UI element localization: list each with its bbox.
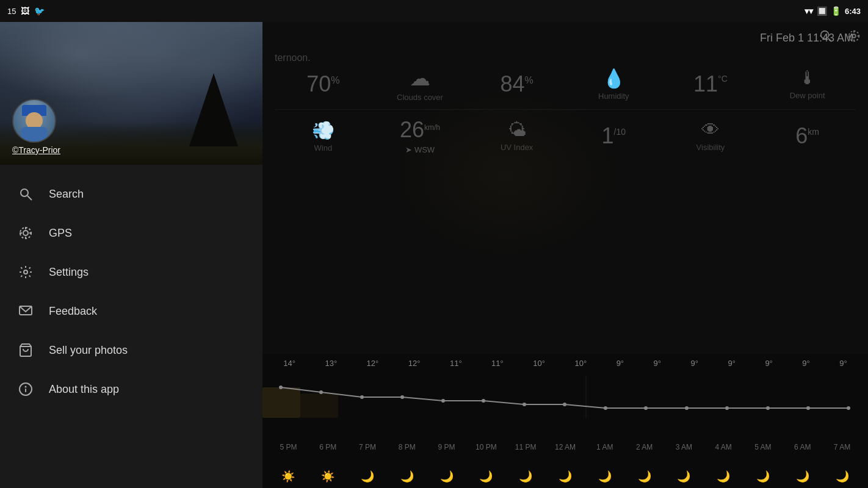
user-profile: ©Tracy-Prior — [12, 99, 60, 155]
stat-uv: 1 /10 — [577, 123, 650, 149]
stats-row-2: 💨 Wind 26 km/h ➤ WSW 🌤 UV Index — [275, 109, 856, 162]
weather-icon-3: 🌙 — [392, 470, 422, 483]
uv-value: 1 /10 — [602, 123, 626, 149]
time-3: 8 PM — [392, 443, 422, 451]
weather-icon-10: 🌙 — [668, 470, 699, 483]
avatar-image — [13, 100, 55, 142]
time-labels: 5 PM 6 PM 7 PM 8 PM 9 PM 10 PM 11 PM 12 … — [262, 443, 868, 451]
battery-icon: 🔋 — [831, 6, 841, 16]
svg-point-34 — [685, 406, 689, 410]
time-1: 6 PM — [313, 443, 343, 451]
svg-point-37 — [806, 406, 810, 410]
temp-6: 10° — [533, 359, 545, 368]
svg-point-38 — [847, 406, 850, 410]
wind-direction-arrow: ➤ — [405, 145, 412, 154]
weather-icon-1: ☀️ — [313, 470, 343, 483]
temp-2: 12° — [367, 359, 379, 368]
svg-point-33 — [644, 406, 648, 410]
sidebar-label-feedback: Feedback — [49, 305, 97, 318]
time-14: 7 AM — [827, 443, 858, 451]
sidebar-item-search[interactable]: Search — [0, 174, 262, 214]
svg-rect-22 — [262, 387, 300, 418]
temp-5: 11° — [491, 359, 504, 368]
svg-point-31 — [563, 403, 566, 406]
status-bar: 15 🖼 🐦 ▾▾ 🔲 🔋 6:43 — [0, 0, 868, 22]
weather-icon-8: 🌙 — [590, 470, 620, 483]
temp-1: 13° — [325, 359, 337, 368]
wind-icon: 💨 — [312, 120, 335, 141]
sidebar-label-gps: GPS — [49, 227, 72, 240]
weather-icon-13: 🌙 — [787, 470, 818, 483]
author-link[interactable]: ©Tracy-Prior — [12, 145, 60, 155]
visibility-icon: 👁 — [701, 120, 720, 140]
sidebar-item-sell[interactable]: Sell your photos — [0, 331, 262, 370]
time-5: 10 PM — [471, 443, 501, 451]
weather-icon-9: 🌙 — [629, 470, 660, 483]
svg-point-8 — [24, 270, 27, 274]
humidity-value: 84 % — [501, 71, 533, 97]
weather-icon-4: 🌙 — [432, 470, 462, 483]
time-10: 3 AM — [668, 443, 699, 451]
info-icon — [17, 381, 34, 398]
svg-line-1 — [27, 196, 32, 200]
app-icon: 🐦 — [34, 6, 45, 16]
weather-icons-row: ☀️ ☀️ 🌙 🌙 🌙 🌙 🌙 🌙 🌙 🌙 🌙 🌙 🌙 🌙 🌙 — [262, 470, 868, 483]
stat-wind: 26 km/h ➤ WSW — [383, 117, 457, 154]
time-9: 2 AM — [629, 443, 660, 451]
signal-icon: 🔲 — [817, 6, 827, 16]
svg-point-24 — [279, 386, 283, 389]
status-time: 6:43 — [845, 7, 861, 16]
status-right-icons: ▾▾ 🔲 🔋 6:43 — [805, 6, 861, 16]
stat-visibility: 6 km — [771, 123, 844, 149]
stat-cloud-icon-item: ☁ Clouds cover — [383, 66, 457, 102]
time-0: 5 PM — [273, 443, 303, 451]
wind-value: 26 km/h — [400, 117, 440, 143]
time-8: 1 AM — [590, 443, 620, 451]
wifi-icon: ▾▾ — [805, 6, 813, 16]
temp-3: 12° — [408, 359, 421, 368]
hourly-forecast: 14° 13° 12° 12° 11° 11° 10° 10° 9° 9° 9°… — [262, 354, 868, 488]
temp-9: 9° — [654, 359, 661, 368]
search-icon — [17, 185, 34, 203]
temperature-graph-svg — [262, 375, 868, 418]
temp-10: 9° — [691, 359, 698, 368]
sidebar-item-feedback[interactable]: Feedback — [0, 292, 262, 331]
stat-clouds: 70 % — [286, 71, 360, 97]
sidebar-label-about: About this app — [49, 383, 119, 396]
stat-wind-icon: 💨 Wind — [286, 120, 360, 152]
temp-4: 11° — [450, 359, 462, 368]
svg-rect-23 — [300, 393, 338, 418]
thermometer-icon: 🌡 — [798, 68, 817, 88]
stat-humidity-icon-item: 💧 Humidity — [577, 68, 650, 101]
svg-point-32 — [604, 406, 607, 410]
sidebar-label-settings: Settings — [49, 266, 89, 279]
temp-14: 9° — [839, 359, 847, 368]
svg-point-25 — [319, 390, 323, 394]
settings-icon — [17, 264, 34, 281]
time-12: 5 AM — [748, 443, 778, 451]
temp-8: 9° — [617, 359, 624, 368]
temp-12: 9° — [765, 359, 772, 368]
weather-icon-11: 🌙 — [708, 470, 739, 483]
sidebar-drawer: ©Tracy-Prior Search — [0, 0, 262, 488]
stats-row-1: 70 % ☁ Clouds cover 84 % 💧 Humidity — [275, 59, 856, 109]
dewpoint-value: 11 °C — [693, 71, 728, 97]
sidebar-item-settings[interactable]: Settings — [0, 253, 262, 292]
svg-point-36 — [766, 406, 770, 410]
weather-icon-0: ☀️ — [273, 470, 303, 483]
temp-labels: 14° 13° 12° 12° 11° 11° 10° 10° 9° 9° 9°… — [262, 359, 868, 368]
status-number: 15 — [7, 7, 16, 16]
sidebar-item-about[interactable]: About this app — [0, 370, 262, 409]
status-left-icons: 15 🖼 🐦 — [7, 6, 45, 16]
temp-11: 9° — [728, 359, 735, 368]
cart-icon — [17, 342, 34, 359]
weather-datetime-header: Fri Feb 1 11:43 AM — [760, 32, 853, 45]
sidebar-item-gps[interactable]: GPS — [0, 214, 262, 253]
svg-point-30 — [523, 403, 526, 406]
temp-7: 10° — [574, 359, 587, 368]
weather-main: Fri Feb 1 11:43 AM ternoon. 70 % ☁ Cloud… — [262, 22, 868, 488]
datetime-display: Fri Feb 1 11:43 AM — [760, 32, 853, 44]
svg-point-29 — [482, 399, 485, 403]
clouds-value: 70 % — [306, 71, 339, 97]
weather-icon-7: 🌙 — [550, 470, 580, 483]
